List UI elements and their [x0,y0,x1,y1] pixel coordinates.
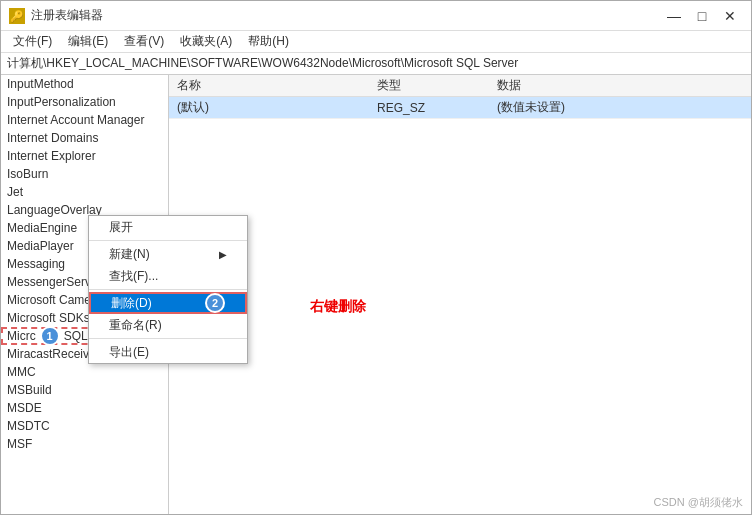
tree-item-mmc[interactable]: MMC [1,363,168,381]
registry-editor-window: 🔑 注册表编辑器 — □ ✕ 文件(F) 编辑(E) 查看(V) 收藏夹(A) … [0,0,752,515]
tree-item-msdtc[interactable]: MSDTC [1,417,168,435]
tree-item-jet[interactable]: Jet [1,183,168,201]
menu-view[interactable]: 查看(V) [116,31,172,52]
title-bar: 🔑 注册表编辑器 — □ ✕ [1,1,751,31]
tree-item-isoburn[interactable]: IsoBurn [1,165,168,183]
tree-item-msf[interactable]: MSF [1,435,168,453]
menu-favorites[interactable]: 收藏夹(A) [172,31,240,52]
maximize-button[interactable]: □ [689,5,715,27]
ctx-new[interactable]: 新建(N) ▶ [89,243,247,265]
ctx-export[interactable]: 导出(E) [89,341,247,363]
tree-item-msde[interactable]: MSDE [1,399,168,417]
tree-item-label: Micrc [7,329,36,343]
table-row: (默认) REG_SZ (数值未设置) [169,97,751,119]
col-name: 名称 [169,75,369,97]
ctx-separator-2 [89,289,247,290]
tree-item-internet-domains[interactable]: Internet Domains [1,129,168,147]
window-icon: 🔑 [9,8,25,24]
badge-2: 2 [205,293,225,313]
title-controls: — □ ✕ [661,5,743,27]
reg-data: (数值未设置) [489,97,751,119]
minimize-button[interactable]: — [661,5,687,27]
ctx-separator-3 [89,338,247,339]
menu-help[interactable]: 帮助(H) [240,31,297,52]
ctx-find[interactable]: 查找(F)... [89,265,247,287]
ctx-separator-1 [89,240,247,241]
tree-item-internet-explorer[interactable]: Internet Explorer [1,147,168,165]
tree-item-inputmethod[interactable]: InputMethod [1,75,168,93]
tree-item-internet-account-manager[interactable]: Internet Account Manager [1,111,168,129]
tree-item-inputpersonalization[interactable]: InputPersonalization [1,93,168,111]
right-pane: 名称 类型 数据 (默认) REG_SZ (数值未设置) CSDN @胡须佬水 [169,75,751,514]
col-type: 类型 [369,75,489,97]
annotation-right-click: 右键删除 [310,298,366,316]
menu-bar: 文件(F) 编辑(E) 查看(V) 收藏夹(A) 帮助(H) [1,31,751,53]
registry-table: 名称 类型 数据 (默认) REG_SZ (数值未设置) [169,75,751,119]
reg-name: (默认) [169,97,369,119]
col-data: 数据 [489,75,751,97]
window-title: 注册表编辑器 [31,7,661,24]
context-menu: 展开 新建(N) ▶ 查找(F)... 删除(D) 2 重命名(R) 导出(E) [88,215,248,364]
ctx-delete[interactable]: 删除(D) 2 [89,292,247,314]
badge-1: 1 [40,326,60,346]
address-bar: 计算机\HKEY_LOCAL_MACHINE\SOFTWARE\WOW6432N… [1,53,751,75]
tree-item-msbuild[interactable]: MSBuild [1,381,168,399]
address-bar-path: 计算机\HKEY_LOCAL_MACHINE\SOFTWARE\WOW6432N… [7,55,518,72]
ctx-expand[interactable]: 展开 [89,216,247,238]
ctx-delete-label: 删除(D) [111,295,152,312]
main-content: InputMethod InputPersonalization Interne… [1,75,751,514]
menu-edit[interactable]: 编辑(E) [60,31,116,52]
ctx-new-arrow: ▶ [219,249,227,260]
menu-file[interactable]: 文件(F) [5,31,60,52]
ctx-rename[interactable]: 重命名(R) [89,314,247,336]
close-button[interactable]: ✕ [717,5,743,27]
watermark: CSDN @胡须佬水 [654,495,743,510]
ctx-new-label: 新建(N) [109,246,150,263]
reg-type: REG_SZ [369,97,489,119]
